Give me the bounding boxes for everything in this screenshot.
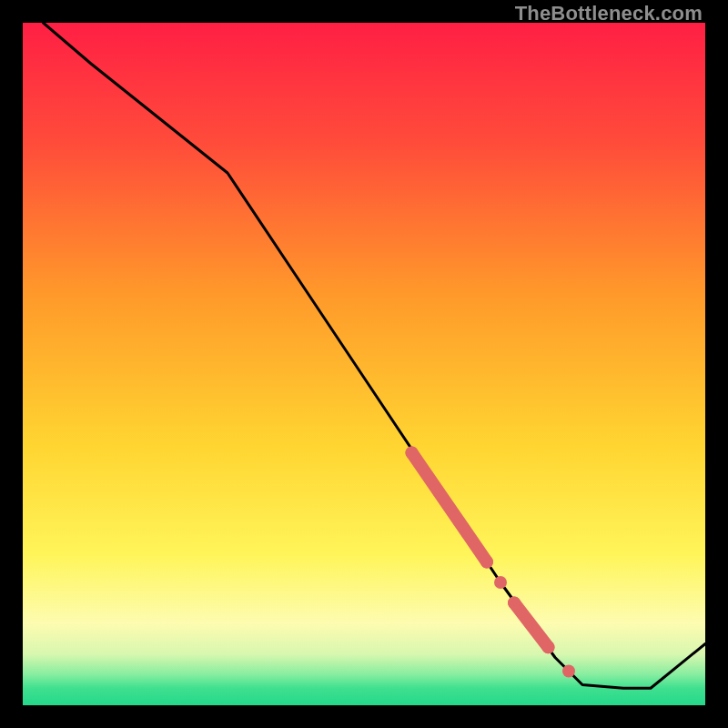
- series-end-highlight-band-1: [406, 447, 419, 460]
- series-end-highlight-band-2: [508, 597, 521, 610]
- chart-svg: [23, 23, 705, 705]
- series-point-highlight-dot-1: [494, 576, 507, 589]
- series-end-highlight-band-1: [480, 556, 493, 569]
- series-end-highlight-band-2: [542, 641, 555, 653]
- series-point-highlight-dot-2: [562, 665, 575, 678]
- chart-frame: [23, 23, 705, 705]
- watermark-text: TheBottleneck.com: [515, 2, 703, 25]
- chart-background: [23, 23, 705, 705]
